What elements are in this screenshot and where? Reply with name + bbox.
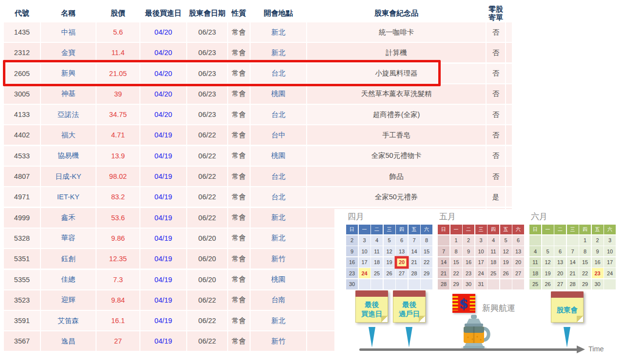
cell-lastbuy[interactable]: 04/20 (140, 22, 186, 42)
cell-name[interactable]: 佳總 (41, 270, 96, 289)
cell-name[interactable]: 福大 (41, 125, 96, 145)
cell-name[interactable]: 鈺創 (41, 249, 96, 268)
calendar-grid: 日一二三四五六123456789101112131415161718192021… (438, 225, 525, 289)
cell-lastbuy[interactable]: 04/20 (140, 105, 186, 124)
cell-lastbuy[interactable]: 04/19 (140, 270, 186, 289)
calendar-day (359, 279, 370, 289)
cell-nature: 常會 (228, 290, 250, 310)
header-meeting-date[interactable]: 股東會日期 (187, 9, 227, 18)
calendar-day: 27 (512, 268, 524, 278)
cell-lastbuy[interactable]: 04/19 (140, 125, 186, 145)
calendar-day: 14 (409, 246, 420, 256)
cell-price: 12.35 (97, 249, 139, 268)
calendar-day: 3 (604, 235, 616, 246)
calendar-grid: 日一二三四五六234567891011121314151617181920212… (346, 225, 433, 289)
cell-meeting: 06/20 (187, 270, 227, 289)
header-last-buy[interactable]: 最後買進日 (140, 9, 186, 18)
cell-price: 13.9 (97, 146, 139, 166)
calendar-day: 16 (592, 257, 604, 268)
cell-code: 5328 (4, 229, 40, 248)
folded-corner-icon (419, 316, 425, 322)
cell-name[interactable]: 中福 (41, 22, 96, 42)
calendar-day: 24 (475, 268, 487, 278)
calendar-day: 26 (500, 268, 512, 278)
calendar-day: 17 (475, 257, 487, 268)
cell-lastbuy[interactable]: 04/19 (140, 167, 186, 186)
cell-lastbuy[interactable]: 04/19 (140, 331, 186, 351)
calendar-day-header: 二 (554, 225, 566, 234)
cell-name[interactable]: 迎輝 (41, 290, 96, 310)
cell-price: 9.86 (97, 229, 139, 248)
header-name[interactable]: 名稱 (41, 9, 96, 18)
cell-code: 3005 (4, 84, 40, 104)
cell-extra (506, 187, 512, 207)
cell-lastbuy[interactable]: 04/19 (140, 249, 186, 268)
cell-price: 98.02 (97, 167, 139, 186)
cell-lastbuy[interactable]: 04/19 (140, 146, 186, 166)
calendar-day: 17 (359, 257, 370, 268)
cell-souvenir: 手工香皂 (307, 125, 486, 145)
calendar-day: 12 (542, 257, 554, 268)
company-flag-icon: $ (452, 294, 475, 313)
cell-name[interactable]: IET-KY (41, 187, 96, 207)
sticky-note-top-bar (393, 290, 426, 297)
cell-meeting: 06/22 (187, 125, 227, 145)
table-header-row: 代號 名稱 股價 最後買進日 股東會日期 性質 開會地點 股東會紀念品 零股 寄… (4, 4, 512, 22)
cell-oddlot: 否 (487, 167, 505, 186)
calendar-day: 15 (450, 257, 462, 268)
cell-location: 新竹 (251, 249, 306, 268)
cell-code: 4533 (4, 146, 40, 166)
cell-name[interactable]: 神基 (41, 84, 96, 104)
calendar-day-header: 三 (567, 225, 579, 234)
cell-name[interactable]: 逸昌 (41, 331, 96, 351)
cell-lastbuy[interactable]: 04/19 (140, 311, 186, 330)
calendar-day: 21 (567, 268, 579, 278)
cell-location: 桃園 (251, 84, 306, 104)
calendar-day: 13 (396, 246, 408, 256)
cell-meeting: 06/22 (187, 167, 227, 186)
calendar-day-header: 日 (438, 225, 449, 234)
folded-corner-icon (381, 316, 388, 322)
calendar-day (529, 235, 541, 246)
header-odd-lot[interactable]: 零股 寄單 (487, 5, 505, 22)
cell-lastbuy[interactable]: 04/19 (140, 187, 186, 207)
cell-name[interactable]: 協易機 (41, 146, 96, 166)
cell-name[interactable]: 日成-KY (41, 167, 96, 186)
header-souvenir[interactable]: 股東會紀念品 (307, 9, 486, 18)
cell-name[interactable]: 華容 (41, 229, 96, 248)
calendar-day: 14 (438, 257, 449, 268)
header-location[interactable]: 開會地點 (251, 9, 306, 18)
cell-location: 桃園 (251, 270, 306, 289)
calendar-day: 28 (438, 279, 449, 289)
cell-code: 4402 (4, 125, 40, 145)
cell-name[interactable]: 艾笛森 (41, 311, 96, 330)
cell-price: 27 (97, 331, 139, 351)
cell-extra (506, 84, 512, 104)
cell-lastbuy[interactable]: 04/20 (140, 84, 186, 104)
table-row: 4807日成-KY98.0204/1906/22常會台北飾品否 (4, 167, 512, 186)
cell-lastbuy[interactable]: 04/19 (140, 290, 186, 310)
calendar-day-header: 五 (500, 225, 512, 234)
cell-code: 3523 (4, 290, 40, 310)
calendar-day (409, 279, 420, 289)
header-code[interactable]: 代號 (4, 9, 40, 18)
note-label-line1: 最後 (402, 300, 416, 309)
cell-lastbuy[interactable]: 04/19 (140, 208, 186, 228)
header-price[interactable]: 股價 (97, 9, 139, 18)
calendar-day-header: 四 (488, 225, 499, 234)
calendar-day: 16 (346, 257, 358, 268)
cell-meeting: 06/23 (187, 105, 227, 124)
calendar-day: 6 (554, 246, 566, 256)
calendar-day: 21 (438, 268, 449, 278)
cell-oddlot: 否 (487, 64, 505, 83)
calendar-day: 20 (396, 257, 408, 268)
cell-lastbuy[interactable]: 04/19 (140, 229, 186, 248)
blender-icon (456, 315, 491, 349)
table-row: 4402福大4.7104/1906/22常會台中手工香皂否 (4, 125, 512, 145)
calendar-day: 8 (450, 246, 462, 256)
cell-name[interactable]: 亞諾法 (41, 105, 96, 124)
calendar-day: 27 (396, 268, 408, 278)
cell-name[interactable]: 鑫禾 (41, 208, 96, 228)
header-nature[interactable]: 性質 (228, 9, 250, 18)
cell-nature: 常會 (228, 331, 250, 351)
